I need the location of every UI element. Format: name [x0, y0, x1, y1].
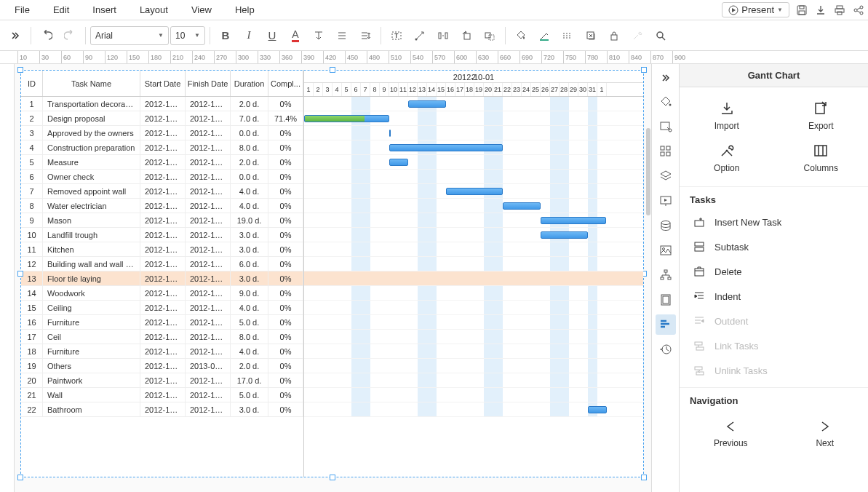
- cell-finish[interactable]: 2012-12-31: [186, 344, 231, 358]
- timeline-row[interactable]: [304, 140, 643, 155]
- timeline-row[interactable]: [304, 257, 643, 271]
- cell-name[interactable]: Mason: [43, 213, 140, 227]
- search-button[interactable]: [650, 25, 672, 47]
- line-style-button[interactable]: [557, 25, 578, 47]
- cell-finish[interactable]: 2012-12-25: [186, 388, 231, 402]
- cell-dur[interactable]: 2.0 d.: [231, 97, 268, 111]
- scrollbar-vertical[interactable]: [645, 128, 651, 477]
- gantt-bar[interactable]: [541, 217, 606, 224]
- table-row[interactable]: 9Mason2012-10-262012-11-2219.0 d.0%: [21, 213, 303, 228]
- cell-start[interactable]: 2012-10-22: [140, 199, 186, 213]
- cell-id[interactable]: 17: [21, 330, 43, 344]
- table-row[interactable]: 16Furniture2012-11-292012-12-065.0 d.0%: [21, 315, 303, 330]
- gantt-bar[interactable]: [503, 202, 541, 210]
- cell-finish[interactable]: 2012-10-16: [186, 97, 231, 111]
- cell-start[interactable]: 2012-10-10: [140, 155, 186, 169]
- font-dropdown[interactable]: Arial▼: [90, 26, 169, 45]
- menu-help[interactable]: Help: [223, 1, 266, 18]
- table-row[interactable]: 2Design proposal2012-10-012012-10-107.0 …: [21, 111, 303, 126]
- timeline-row[interactable]: [304, 170, 643, 184]
- cell-finish[interactable]: 2012-11-29: [186, 301, 231, 314]
- table-row[interactable]: 15Ceiling2012-11-232012-11-294.0 d.0%: [21, 301, 303, 315]
- cell-id[interactable]: 11: [21, 242, 43, 256]
- lock-button[interactable]: [603, 25, 625, 47]
- cell-dur[interactable]: 3.0 d.: [231, 228, 268, 242]
- timeline-row[interactable]: [304, 286, 643, 301]
- expand-toolbar-button[interactable]: [4, 25, 26, 47]
- timeline-row[interactable]: [304, 242, 643, 257]
- cell-dur[interactable]: 3.0 d.: [231, 242, 268, 256]
- cell-finish[interactable]: 2012-12-18: [186, 330, 231, 344]
- cell-id[interactable]: 12: [21, 257, 43, 271]
- cell-start[interactable]: 2012-11-23: [140, 286, 186, 300]
- cell-comp[interactable]: 0%: [268, 228, 303, 242]
- cell-start[interactable]: 2012-12-31: [140, 170, 186, 183]
- cell-comp[interactable]: 0%: [268, 170, 303, 183]
- canvas[interactable]: ID Task Name Start Date Finish Date Dura…: [0, 64, 651, 492]
- cell-name[interactable]: Kitchen: [43, 242, 140, 256]
- table-row[interactable]: 6Owner check2012-12-312012-12-310.0 d.0%: [21, 170, 303, 184]
- delete-action[interactable]: Delete: [680, 259, 868, 284]
- rotate-button[interactable]: [455, 25, 477, 47]
- gantt-object[interactable]: ID Task Name Start Date Finish Date Dura…: [20, 70, 644, 477]
- nav-prev[interactable]: Previous: [714, 419, 748, 448]
- table-row[interactable]: 20Paintwork2012-12-062012-12-3117.0 d.0%: [21, 373, 303, 388]
- hierarchy-icon[interactable]: [656, 265, 676, 285]
- export-button[interactable]: Export: [774, 95, 869, 137]
- table-row[interactable]: 17Ceil2012-12-062012-12-188.0 d.0%: [21, 330, 303, 344]
- download-icon[interactable]: [814, 4, 827, 17]
- cell-name[interactable]: Removed appoint wall: [43, 184, 140, 198]
- cell-comp[interactable]: 0%: [268, 242, 303, 256]
- table-row[interactable]: 19Others2012-12-282013-01-012.0 d.0%: [21, 359, 303, 373]
- gantt-tool-icon[interactable]: [656, 314, 676, 335]
- cell-finish[interactable]: 2012-11-08: [186, 242, 231, 256]
- print-icon[interactable]: [833, 4, 846, 17]
- cell-id[interactable]: 3: [21, 126, 43, 140]
- cell-comp[interactable]: 0%: [268, 126, 303, 140]
- cell-dur[interactable]: 5.0 d.: [231, 388, 268, 402]
- cell-comp[interactable]: 0%: [268, 97, 303, 111]
- cell-id[interactable]: 9: [21, 213, 43, 227]
- col-header-start[interactable]: Start Date: [140, 71, 186, 96]
- cell-comp[interactable]: 0%: [268, 359, 303, 373]
- history-icon[interactable]: [656, 339, 676, 360]
- image-icon[interactable]: [656, 240, 676, 261]
- timeline-row[interactable]: [304, 271, 643, 286]
- tools-button[interactable]: [626, 25, 648, 47]
- textbox-button[interactable]: T: [386, 25, 407, 47]
- timeline-row[interactable]: [304, 97, 643, 111]
- italic-button[interactable]: I: [238, 25, 260, 47]
- menu-edit[interactable]: Edit: [41, 1, 81, 18]
- timeline-row[interactable]: [304, 330, 643, 344]
- timeline-row[interactable]: [304, 199, 643, 213]
- cell-dur[interactable]: 17.0 d.: [231, 373, 268, 387]
- cell-dur[interactable]: 4.0 d.: [231, 184, 268, 198]
- cell-start[interactable]: 2012-10-10: [140, 126, 186, 140]
- gantt-bar[interactable]: [389, 130, 391, 137]
- menu-layout[interactable]: Layout: [128, 1, 180, 18]
- cell-finish[interactable]: 2012-10-26: [186, 199, 231, 213]
- insert-action[interactable]: Insert New Task: [680, 210, 868, 234]
- cell-finish[interactable]: 2012-10-22: [186, 184, 231, 198]
- cell-id[interactable]: 16: [21, 315, 43, 329]
- cell-id[interactable]: 21: [21, 388, 43, 402]
- col-header-duration[interactable]: Duration: [231, 71, 268, 96]
- table-row[interactable]: 8Water electrician2012-10-222012-10-264.…: [21, 199, 303, 213]
- cell-name[interactable]: Paintwork: [43, 373, 140, 387]
- cell-finish[interactable]: 2012-11-22: [186, 213, 231, 227]
- cell-name[interactable]: Owner check: [43, 170, 140, 183]
- cell-finish[interactable]: 2012-12-31: [186, 170, 231, 183]
- cell-id[interactable]: 7: [21, 184, 43, 198]
- gantt-bar[interactable]: [389, 159, 408, 166]
- cell-start[interactable]: 2012-12-18: [140, 388, 186, 402]
- cell-start[interactable]: 2012-10-26: [140, 213, 186, 227]
- cell-dur[interactable]: 8.0 d.: [231, 330, 268, 344]
- cell-start[interactable]: 2012-11-09: [140, 257, 186, 271]
- cell-comp[interactable]: 0%: [268, 184, 303, 198]
- cell-dur[interactable]: 4.0 d.: [231, 344, 268, 358]
- table-row[interactable]: 14Woodwork2012-11-232012-12-069.0 d.0%: [21, 286, 303, 301]
- table-row[interactable]: 22Bathroom2012-10-312012-11-053.0 d.0%: [21, 402, 303, 417]
- timeline-row[interactable]: [304, 155, 643, 170]
- cell-start[interactable]: 2012-10-31: [140, 402, 186, 416]
- distribute-h-button[interactable]: [432, 25, 454, 47]
